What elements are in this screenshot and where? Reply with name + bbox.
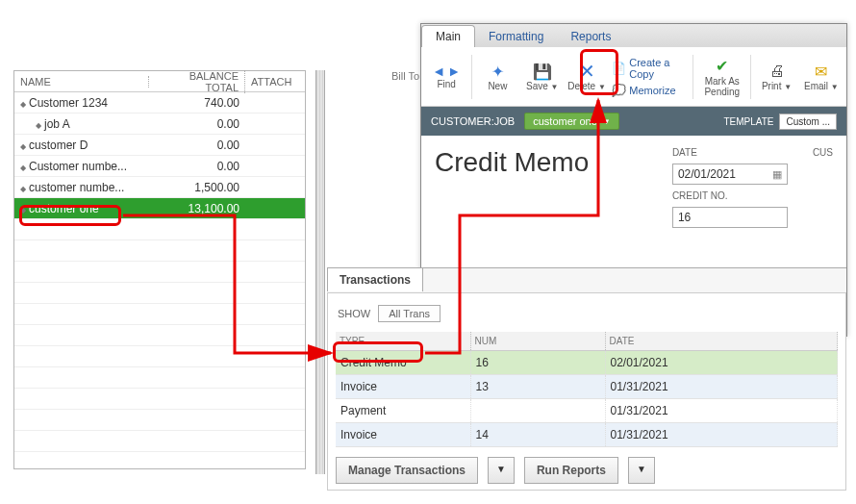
- table-row[interactable]: ◆Customer numbe...0.00: [14, 156, 305, 177]
- table-row[interactable]: [14, 367, 305, 389]
- create-copy-button[interactable]: 📄Create a Copy: [612, 57, 687, 80]
- table-row[interactable]: [14, 304, 305, 325]
- template-select[interactable]: Custom ...: [779, 113, 837, 130]
- col-date[interactable]: DATE: [605, 332, 838, 351]
- date-field[interactable]: 02/01/2021▦: [672, 164, 788, 185]
- new-icon: ✦: [488, 62, 507, 81]
- manage-transactions-button[interactable]: Manage Transactions: [336, 457, 478, 484]
- ribbon-tabs: Main Formatting Reports: [421, 24, 846, 47]
- delete-icon: ✕: [577, 62, 596, 81]
- credit-memo-body: Credit Memo DATE 02/01/2021▦ CREDIT NO. …: [421, 136, 846, 239]
- save-icon: 💾: [533, 62, 552, 81]
- table-row[interactable]: ◆customer one13,100.00: [14, 198, 305, 219]
- table-row[interactable]: [14, 240, 305, 262]
- col-num[interactable]: NUM: [470, 332, 605, 351]
- col-attach[interactable]: ATTACH: [245, 76, 305, 88]
- tab-reports[interactable]: Reports: [557, 26, 624, 47]
- memorize-button[interactable]: 💭Memorize: [612, 84, 687, 97]
- show-select[interactable]: All Trans: [378, 305, 441, 322]
- table-row[interactable]: [14, 431, 305, 452]
- table-row[interactable]: [14, 283, 305, 304]
- save-button[interactable]: 💾 Save ▼: [523, 52, 562, 102]
- customer-list-header: NAME BALANCE TOTAL ATTACH: [14, 71, 305, 92]
- new-button[interactable]: ✦ New: [478, 52, 516, 102]
- table-row[interactable]: [14, 389, 305, 410]
- print-button[interactable]: 🖨 Print ▼: [757, 52, 795, 102]
- email-button[interactable]: ✉ Email ▼: [802, 52, 841, 102]
- table-row[interactable]: Invoice1301/31/2021: [336, 375, 838, 399]
- table-row[interactable]: [14, 325, 305, 346]
- print-icon: 🖨: [768, 62, 787, 81]
- col-type[interactable]: TYPE: [336, 332, 470, 351]
- date-label: DATE: [672, 147, 788, 158]
- customer-job-label: CUSTOMER:JOB: [431, 115, 515, 127]
- page-title: Credit Memo: [435, 147, 589, 228]
- run-reports-dropdown[interactable]: ▼: [628, 457, 655, 484]
- table-row[interactable]: Credit Memo1602/01/2021: [336, 351, 838, 375]
- table-row[interactable]: ◆customer numbe...1,500.00: [14, 177, 305, 198]
- manage-transactions-dropdown[interactable]: ▼: [488, 457, 515, 484]
- table-row[interactable]: ◆job A0.00: [14, 113, 305, 135]
- table-row[interactable]: [14, 219, 305, 240]
- credit-no-label: CREDIT NO.: [672, 190, 788, 201]
- copy-icon: 📄: [612, 62, 625, 75]
- find-button[interactable]: ◄► Find: [427, 52, 466, 102]
- show-label: SHOW: [338, 308, 370, 319]
- bill-to-label: Bill To: [391, 70, 419, 82]
- customer-cutoff: CUS: [813, 147, 833, 228]
- transactions-panel: Transactions SHOW All Trans TYPE NUM DAT…: [327, 267, 846, 484]
- mark-pending-button[interactable]: ✔ Mark As Pending: [699, 52, 744, 102]
- tab-main[interactable]: Main: [421, 25, 475, 47]
- panel-splitter[interactable]: [315, 70, 325, 474]
- delete-button[interactable]: ✕ Delete ▼: [567, 52, 606, 102]
- table-row[interactable]: Invoice1401/31/2021: [336, 423, 838, 447]
- customer-list-panel: NAME BALANCE TOTAL ATTACH ◆Customer 1234…: [13, 70, 306, 469]
- customer-job-bar: CUSTOMER:JOB customer one▼ TEMPLATE Cust…: [421, 107, 846, 136]
- table-row[interactable]: ◆customer D0.00: [14, 135, 305, 156]
- col-balance[interactable]: BALANCE TOTAL: [149, 70, 245, 93]
- col-name[interactable]: NAME: [14, 76, 149, 88]
- customer-job-select[interactable]: customer one▼: [524, 113, 619, 130]
- tab-formatting[interactable]: Formatting: [475, 26, 557, 47]
- credit-no-field[interactable]: 16: [672, 207, 788, 228]
- memorize-icon: 💭: [612, 84, 625, 97]
- tab-transactions[interactable]: Transactions: [327, 267, 423, 291]
- table-row[interactable]: Payment01/31/2021: [336, 399, 838, 423]
- run-reports-button[interactable]: Run Reports: [524, 457, 618, 484]
- transactions-table: TYPE NUM DATE Credit Memo1602/01/2021Inv…: [336, 332, 838, 447]
- email-icon: ✉: [812, 62, 831, 81]
- ribbon-toolbar: ◄► Find ✦ New 💾 Save ▼ ✕ Delete ▼ 📄Creat…: [421, 47, 846, 107]
- table-row[interactable]: ◆Customer 1234740.00: [14, 92, 305, 113]
- table-row[interactable]: [14, 410, 305, 431]
- table-row[interactable]: [14, 262, 305, 283]
- check-icon: ✔: [713, 57, 732, 76]
- calendar-icon[interactable]: ▦: [772, 168, 782, 181]
- template-label: TEMPLATE: [723, 116, 773, 127]
- table-row[interactable]: [14, 346, 305, 367]
